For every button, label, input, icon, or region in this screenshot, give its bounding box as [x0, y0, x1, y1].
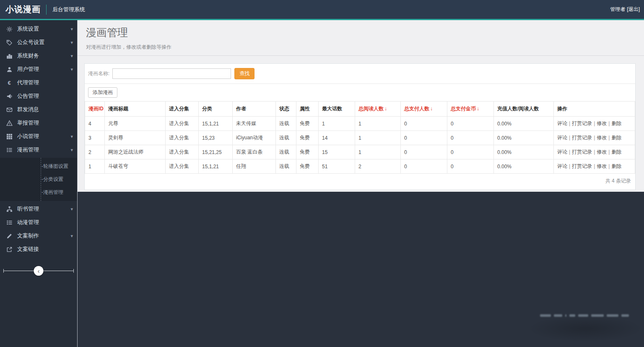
- watermark-smudge: [540, 314, 629, 317]
- sidebar-item-label: 代理管理: [17, 79, 39, 86]
- chevron-down-icon: ▾: [70, 206, 73, 212]
- column-header-total-readers[interactable]: 总阅读人数↓: [355, 102, 401, 117]
- table-row: 2网游之近战法师进入分集15,21,25百泉 蓝白条连载免费151000.00%…: [85, 145, 635, 159]
- column-header-comic-id[interactable]: 漫画ID↓: [85, 102, 105, 117]
- action-edit-link[interactable]: 修改: [597, 149, 607, 155]
- column-header-episodes: 进入分集: [166, 102, 199, 117]
- cell-recharge-read-ratio: 0.00%: [494, 145, 554, 159]
- logout-link[interactable]: [退出]: [627, 6, 640, 13]
- cell-author: iCiyuan动漫: [233, 131, 276, 145]
- sidebar-item-audiobook-management[interactable]: 听书管理▾: [0, 202, 77, 216]
- action-delete-link[interactable]: 删除: [611, 120, 621, 126]
- action-delete-link[interactable]: 删除: [611, 135, 621, 141]
- watermark-blob: [607, 314, 618, 317]
- sitemap-icon: [6, 206, 13, 212]
- cell-comic-title: 元尊: [105, 117, 166, 131]
- comic-name-input[interactable]: [112, 68, 231, 79]
- chevron-down-icon: ▾: [70, 147, 73, 153]
- sidebar-item-agent-management[interactable]: €代理管理: [0, 76, 77, 89]
- episodes-link[interactable]: 进入分集: [169, 120, 189, 126]
- episodes-link[interactable]: 进入分集: [169, 163, 189, 169]
- sidebar-item-copywriting-link[interactable]: 文案链接: [0, 243, 77, 256]
- action-comment-link[interactable]: 评论: [557, 120, 567, 126]
- sidebar-item-label: 公告管理: [17, 92, 39, 100]
- sidebar-item-novel-management[interactable]: 小说管理▾: [0, 130, 77, 143]
- cell-total-payers: 0: [401, 145, 447, 159]
- action-delete-link[interactable]: 删除: [611, 163, 621, 169]
- cell-total-payers: 0: [401, 131, 447, 145]
- column-header-total-payers[interactable]: 总支付人数↓: [401, 102, 447, 117]
- sidebar-item-anime-management[interactable]: 动漫管理: [0, 216, 77, 229]
- cell-actions: 评论|打赏记录|修改|删除: [554, 117, 635, 131]
- action-separator: |: [594, 163, 595, 169]
- pencil-icon: [6, 232, 13, 239]
- action-edit-link[interactable]: 修改: [597, 135, 607, 141]
- action-edit-link[interactable]: 修改: [597, 163, 607, 169]
- chevron-down-icon: ▾: [70, 40, 73, 45]
- action-comment-link[interactable]: 评论: [557, 149, 567, 155]
- sidebar-item-official-account-settings[interactable]: 公众号设置▾: [0, 36, 77, 49]
- action-separator: |: [594, 135, 595, 141]
- chevron-left-icon: ‹: [38, 268, 40, 274]
- cell-author: 百泉 蓝白条: [233, 145, 276, 159]
- sidebar-item-announcement-management[interactable]: 公告管理: [0, 89, 77, 103]
- action-comment-link[interactable]: 评论: [557, 135, 567, 141]
- cell-total-coins: 0: [447, 145, 494, 159]
- cell-attribute: 免费: [296, 131, 319, 145]
- cell-status: 连载: [276, 117, 296, 131]
- episodes-link[interactable]: 进入分集: [169, 135, 189, 141]
- sidebar-collapse-zone: ‹: [0, 262, 77, 280]
- sidebar-subitem[interactable]: -分类设置: [0, 173, 77, 186]
- cell-total-payers: 0: [401, 117, 447, 131]
- user-icon: [6, 66, 13, 73]
- euro-icon: €: [6, 79, 13, 86]
- sidebar-collapse-handle[interactable]: ‹: [34, 266, 44, 276]
- action-separator: |: [569, 135, 570, 141]
- sidebar-item-user-management[interactable]: 用户管理▾: [0, 63, 77, 76]
- column-header-author: 作者: [233, 102, 276, 117]
- sidebar-item-report-management[interactable]: 举报管理: [0, 116, 77, 130]
- sidebar-subitem[interactable]: -漫画管理: [0, 186, 77, 199]
- action-delete-link[interactable]: 删除: [611, 149, 621, 155]
- cell-comic-id: 3: [85, 131, 105, 145]
- sidebar-menu: 系统设置▾公众号设置▾系统财务▾用户管理▾€代理管理公告管理群发消息举报管理小说…: [0, 22, 77, 256]
- column-header-category: 分类: [199, 102, 233, 117]
- sidebar-item-system-finance[interactable]: 系统财务▾: [0, 49, 77, 63]
- sidebar-item-system-settings[interactable]: 系统设置▾: [0, 22, 77, 36]
- page-subtitle: 对漫画进行增加，修改或者删除等操作: [86, 44, 636, 51]
- navbar-user-area: 管理者 [退出]: [610, 6, 644, 13]
- sidebar-item-mass-message[interactable]: 群发消息: [0, 103, 77, 116]
- action-edit-link[interactable]: 修改: [597, 120, 607, 126]
- search-label: 漫画名称:: [88, 70, 109, 77]
- table-header-row: 漫画ID↓漫画标题进入分集分类作者状态属性最大话数总阅读人数↓总支付人数↓总支付…: [85, 102, 635, 117]
- action-reward-log-link[interactable]: 打赏记录: [572, 149, 592, 155]
- cell-category: 15,1,21: [199, 117, 233, 131]
- sidebar-item-copywriting-production[interactable]: 文案制作▾: [0, 229, 77, 243]
- envelope-icon: [6, 106, 13, 113]
- watermark-shadow: [527, 315, 644, 342]
- action-separator: |: [569, 120, 570, 126]
- cell-category: 15,23: [199, 131, 233, 145]
- sidebar-subitem[interactable]: -轮播图设置: [0, 160, 77, 173]
- episodes-link[interactable]: 进入分集: [169, 149, 189, 155]
- action-separator: |: [594, 149, 595, 155]
- sort-desc-icon: ↓: [384, 106, 387, 112]
- watermark-blob: [569, 314, 575, 317]
- action-comment-link[interactable]: 评论: [557, 163, 567, 169]
- toolbar-row: 添加漫画: [85, 84, 635, 101]
- watermark-blob: [540, 314, 551, 317]
- action-reward-log-link[interactable]: 打赏记录: [572, 135, 592, 141]
- cell-total-coins: 0: [447, 159, 494, 174]
- cell-comic-id: 4: [85, 117, 105, 131]
- cell-category: 15,1,21: [199, 159, 233, 174]
- search-button[interactable]: 查找: [234, 68, 254, 79]
- action-reward-log-link[interactable]: 打赏记录: [572, 120, 592, 126]
- sidebar-item-comic-management[interactable]: 漫画管理▾: [0, 143, 77, 157]
- cell-comic-title: 斗破苍穹: [105, 159, 166, 174]
- action-reward-log-link[interactable]: 打赏记录: [572, 163, 592, 169]
- column-header-total-coins[interactable]: 总支付金币↓: [447, 102, 494, 117]
- watermark-blob: [554, 314, 562, 317]
- add-comic-button[interactable]: 添加漫画: [88, 87, 117, 98]
- cell-max-episodes: 14: [319, 131, 355, 145]
- cell-attribute: 免费: [296, 117, 319, 131]
